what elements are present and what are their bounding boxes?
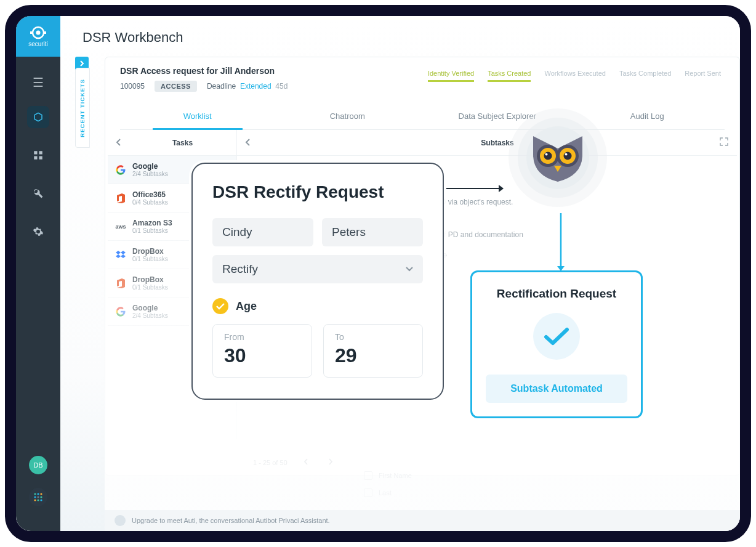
expand-button[interactable]: [720, 137, 728, 148]
subtasks-back[interactable]: [237, 137, 258, 148]
svg-point-10: [40, 493, 42, 495]
wrench-icon: [33, 188, 44, 199]
cube-icon: [33, 111, 44, 123]
tab-worklist[interactable]: Worklist: [123, 103, 273, 129]
stage-2: Tasks Created: [488, 70, 531, 82]
stage-3: Workflows Executed: [544, 70, 605, 82]
svg-rect-2: [30, 31, 33, 34]
success-icon: [533, 313, 580, 360]
svg-point-23: [564, 152, 572, 160]
aws-icon: aws: [115, 221, 126, 232]
deadline-label: Deadline: [207, 82, 236, 91]
svg-point-1: [36, 30, 41, 34]
to-value: 29: [335, 344, 411, 367]
svg-rect-7: [39, 156, 42, 160]
nav-item-4[interactable]: [27, 221, 49, 243]
page-range: 1 - 25 of 50: [253, 459, 288, 466]
recent-tickets-tab[interactable]: RECENT TICKETS: [75, 68, 90, 148]
brand-logo[interactable]: securiti: [16, 16, 60, 57]
office-icon: [115, 278, 126, 289]
nav-item-3[interactable]: [27, 182, 49, 205]
last-name-field[interactable]: Peters: [322, 218, 423, 246]
owl-icon: [526, 131, 590, 184]
nav-item-1[interactable]: [27, 106, 49, 128]
svg-rect-4: [34, 151, 37, 154]
action-select[interactable]: Rectify: [212, 255, 423, 283]
svg-point-16: [40, 499, 42, 501]
user-avatar[interactable]: DB: [29, 456, 47, 474]
to-box[interactable]: To 29: [323, 324, 423, 378]
google-icon: [115, 164, 126, 176]
svg-point-11: [34, 496, 36, 498]
check-icon: [212, 298, 228, 314]
arrow-down-icon: [555, 213, 567, 275]
request-type-badge: ACCESS: [155, 81, 197, 92]
google-icon: [115, 306, 126, 317]
svg-point-15: [37, 499, 39, 501]
chevron-right-icon: [79, 60, 85, 67]
svg-point-14: [34, 499, 36, 501]
office-icon: [115, 193, 126, 204]
prev-page[interactable]: [300, 456, 312, 469]
stage-4: Tasks Completed: [619, 70, 671, 82]
sidebar-rail: securiti ☰ DB: [16, 16, 60, 531]
checkbox[interactable]: [364, 471, 372, 480]
recent-tickets-label: RECENT TICKETS: [79, 79, 86, 137]
modal-title: DSR Rectify Request: [212, 182, 423, 202]
tasks-header: Tasks: [129, 139, 236, 147]
upgrade-text: Upgrade to meet Auti, the conversational…: [132, 517, 330, 524]
svg-point-24: [545, 153, 548, 156]
result-title: Rectification Request: [486, 287, 627, 301]
menu-toggle[interactable]: ☰: [33, 75, 44, 90]
apps-icon: [33, 492, 43, 502]
checkbox[interactable]: [364, 488, 372, 497]
chevron-left-icon: [116, 139, 121, 146]
svg-rect-5: [39, 151, 42, 154]
svg-point-12: [37, 496, 39, 498]
svg-point-9: [37, 493, 39, 495]
nav-item-2[interactable]: [27, 144, 49, 166]
gear-icon: [33, 226, 44, 237]
result-card: Rectification Request Subtask Automated: [470, 270, 643, 418]
stage-1: Identity Verified: [428, 70, 474, 82]
chevron-left-icon: [245, 139, 251, 146]
chevron-down-icon: [406, 267, 413, 272]
page-title: DSR Workbench: [60, 16, 740, 57]
request-id: 100095: [120, 82, 145, 91]
svg-rect-6: [34, 156, 37, 160]
stage-5: Report Sent: [685, 70, 721, 82]
dashboard-icon: [33, 150, 44, 161]
fields-list: First Name Last: [364, 463, 412, 506]
tasks-back[interactable]: [108, 137, 129, 148]
from-box[interactable]: From 30: [212, 324, 312, 378]
attribute-label: Age: [236, 300, 257, 313]
brand-icon: [30, 26, 46, 39]
from-value: 30: [224, 344, 300, 367]
tab-chatroom[interactable]: Chatroom: [273, 103, 423, 129]
chevron-right-icon: [328, 458, 333, 465]
subtasks-header: Subtasks: [258, 139, 737, 147]
owl-mascot: [509, 108, 607, 207]
apps-launcher[interactable]: [29, 488, 47, 506]
upgrade-banner[interactable]: Upgrade to meet Auti, the conversational…: [105, 510, 740, 531]
status-pill: Subtask Automated: [486, 375, 627, 403]
dropbox-icon: [115, 249, 126, 261]
stage-tracker: Identity Verified Tasks Created Workflow…: [414, 70, 721, 82]
arrow-right-icon: [446, 182, 507, 195]
svg-point-22: [544, 152, 552, 160]
svg-point-13: [40, 496, 42, 498]
svg-point-25: [565, 153, 568, 156]
first-name-field[interactable]: Cindy: [212, 218, 313, 246]
chevron-left-icon: [304, 458, 308, 465]
deadline-extended: Extended: [240, 82, 271, 91]
svg-point-8: [34, 493, 36, 495]
pagination: 1 - 25 of 50: [253, 456, 337, 469]
svg-rect-3: [44, 31, 46, 34]
next-page[interactable]: [324, 456, 337, 469]
chat-bubble-icon: [115, 515, 126, 526]
expand-icon: [720, 137, 728, 146]
deadline-days: 45d: [275, 82, 288, 91]
rectify-modal: DSR Rectify Request Cindy Peters Rectify…: [191, 163, 444, 400]
